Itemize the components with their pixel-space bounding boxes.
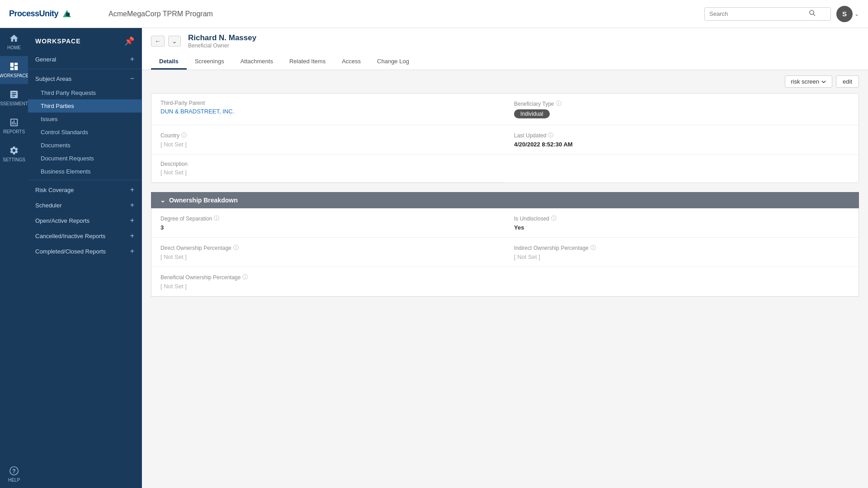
user-menu-chevron[interactable]: ⌄	[854, 11, 859, 17]
tab-access[interactable]: Access	[334, 54, 369, 70]
sidebar-subject-areas-label: Subject Areas	[35, 75, 71, 82]
sidebar-section-subject-areas[interactable]: Subject Areas −	[28, 71, 142, 86]
help-icon: ?	[9, 466, 19, 476]
search-input[interactable]	[709, 10, 809, 17]
indirect-ownership-value: [ Not Set ]	[514, 253, 849, 260]
svg-line-3	[813, 14, 815, 16]
country-label: Country ⓘ	[160, 131, 496, 139]
edit-button[interactable]: edit	[836, 75, 859, 88]
nav-item-reports[interactable]: REPORTS	[0, 112, 28, 140]
sidebar-section-open-active-reports[interactable]: Open/Active Reports +	[28, 213, 142, 228]
risk-screen-label: risk screen	[791, 78, 819, 85]
tab-attachments[interactable]: Attachments	[232, 54, 281, 70]
ownership-section-header[interactable]: ⌄ Ownership Breakdown	[151, 192, 859, 208]
field-description: Description [ Not Set ]	[151, 155, 505, 183]
sidebar-section-risk-coverage[interactable]: Risk Coverage +	[28, 182, 142, 197]
nav-item-home[interactable]: HOME	[0, 28, 28, 56]
reports-icon	[9, 117, 19, 127]
next-record-dropdown-button[interactable]: ⌄	[168, 36, 181, 47]
sidebar-risk-coverage-expand-icon: +	[130, 186, 134, 194]
sidebar-scheduler-label: Scheduler	[35, 202, 62, 209]
sidebar-item-business-elements[interactable]: Business Elements	[28, 165, 142, 178]
risk-screen-chevron-icon	[821, 79, 826, 84]
ownership-grid: Degree of Separation ⓘ 3 Is Undisclosed …	[151, 208, 859, 296]
sidebar-subject-areas-collapse-icon: −	[130, 75, 134, 83]
tabs-row: Details Screenings Attachments Related I…	[151, 54, 859, 70]
app-title: AcmeMegaCorp TPRM Program	[108, 10, 704, 18]
ownership-section-title: Ownership Breakdown	[169, 197, 238, 204]
risk-screen-button[interactable]: risk screen	[785, 75, 832, 88]
ownership-section: ⌄ Ownership Breakdown Degree of Separati…	[151, 192, 859, 297]
degree-of-separation-info-icon: ⓘ	[214, 215, 219, 222]
field-empty-2	[505, 267, 859, 296]
sidebar-item-documents[interactable]: Documents	[28, 139, 142, 152]
field-is-undisclosed: Is Undisclosed ⓘ Yes	[505, 208, 859, 238]
field-beneficiary-type: Beneficiary Type ⓘ Individual	[505, 94, 859, 125]
direct-ownership-label: Direct Ownership Percentage ⓘ	[160, 244, 496, 252]
tab-related-items[interactable]: Related Items	[281, 54, 334, 70]
svg-rect-1	[66, 12, 70, 16]
sidebar-item-issues[interactable]: Issues	[28, 113, 142, 126]
sidebar-add-icon: +	[130, 55, 134, 63]
content-toolbar: risk screen edit	[142, 70, 868, 93]
tab-details[interactable]: Details	[151, 54, 187, 70]
top-header: ProcessUnity AcmeMegaCorp TPRM Program S…	[0, 0, 868, 28]
assessments-icon	[9, 89, 19, 99]
sidebar-completed-expand-icon: +	[130, 247, 134, 255]
field-direct-ownership: Direct Ownership Percentage ⓘ [ Not Set …	[151, 238, 505, 267]
beneficiary-badge: Individual	[514, 109, 550, 118]
third-party-parent-value[interactable]: DUN & BRADSTREET, INC.	[160, 108, 496, 115]
svg-point-2	[810, 10, 814, 14]
record-name: Richard N. Massey	[188, 33, 256, 42]
sidebar-item-third-party-requests[interactable]: Third Party Requests	[28, 86, 142, 99]
sidebar-section-completed-reports[interactable]: Completed/Closed Reports +	[28, 244, 142, 259]
search-button[interactable]	[809, 9, 816, 19]
beneficiary-type-value: Individual	[514, 109, 849, 118]
nav-rail: HOME WORKSPACE ASSESSMENTS REPORTS SETTI…	[0, 28, 28, 488]
description-value: [ Not Set ]	[160, 169, 496, 176]
ownership-chevron-icon: ⌄	[160, 197, 165, 204]
indirect-ownership-label: Indirect Ownership Percentage ⓘ	[514, 244, 849, 252]
sidebar-item-document-requests[interactable]: Document Requests	[28, 152, 142, 165]
sidebar-general-label: General	[35, 56, 56, 63]
is-undisclosed-label: Is Undisclosed ⓘ	[514, 215, 849, 222]
nav-label-assessments: ASSESSMENTS	[0, 101, 31, 107]
ownership-fields: Degree of Separation ⓘ 3 Is Undisclosed …	[151, 208, 859, 297]
sidebar-cancelled-label: Cancelled/Inactive Reports	[35, 233, 105, 239]
sidebar: WORKSPACE 📌 General + Subject Areas − Th…	[28, 28, 142, 488]
sidebar-item-third-parties[interactable]: Third Parties	[28, 99, 142, 113]
tab-screenings[interactable]: Screenings	[187, 54, 232, 70]
tab-change-log[interactable]: Change Log	[369, 54, 417, 70]
logo-icon	[62, 9, 72, 19]
record-navigation: ← ⌄ Richard N. Massey Beneficial Owner	[151, 33, 859, 49]
sidebar-cancelled-expand-icon: +	[130, 232, 134, 240]
sidebar-section-cancelled-reports[interactable]: Cancelled/Inactive Reports +	[28, 228, 142, 244]
is-undisclosed-value: Yes	[514, 224, 849, 231]
record-subtitle: Beneficial Owner	[188, 42, 256, 49]
nav-item-assessments[interactable]: ASSESSMENTS	[0, 84, 28, 112]
field-beneficial-ownership: Beneficial Ownership Percentage ⓘ [ Not …	[151, 267, 505, 296]
field-last-updated: Last Updated ⓘ 4/20/2022 8:52:30 AM	[505, 125, 859, 155]
field-degree-of-separation: Degree of Separation ⓘ 3	[151, 208, 505, 238]
beneficial-ownership-info-icon: ⓘ	[242, 273, 248, 281]
nav-label-help: HELP	[8, 478, 20, 483]
nav-label-workspace: WORKSPACE	[0, 73, 28, 79]
sidebar-pin-button[interactable]: 📌	[124, 36, 134, 46]
nav-item-settings[interactable]: SETTINGS	[0, 140, 28, 168]
beneficiary-type-label: Beneficiary Type ⓘ	[514, 100, 849, 108]
prev-record-button[interactable]: ←	[151, 36, 165, 47]
field-indirect-ownership: Indirect Ownership Percentage ⓘ [ Not Se…	[505, 238, 859, 267]
user-avatar[interactable]: S	[836, 6, 853, 22]
nav-item-workspace[interactable]: WORKSPACE	[0, 56, 28, 84]
settings-icon	[9, 145, 19, 155]
is-undisclosed-info-icon: ⓘ	[551, 215, 557, 222]
sidebar-completed-label: Completed/Closed Reports	[35, 248, 106, 255]
beneficial-ownership-label: Beneficial Ownership Percentage ⓘ	[160, 273, 496, 281]
content-body: risk screen edit Third-Party Parent DUN …	[142, 70, 868, 488]
search-icon	[809, 9, 816, 17]
sidebar-section-scheduler[interactable]: Scheduler +	[28, 197, 142, 213]
nav-item-help[interactable]: ? HELP	[0, 460, 28, 488]
sidebar-header: WORKSPACE 📌	[28, 28, 142, 52]
sidebar-item-control-standards[interactable]: Control Standards	[28, 126, 142, 139]
sidebar-section-general[interactable]: General +	[28, 52, 142, 67]
